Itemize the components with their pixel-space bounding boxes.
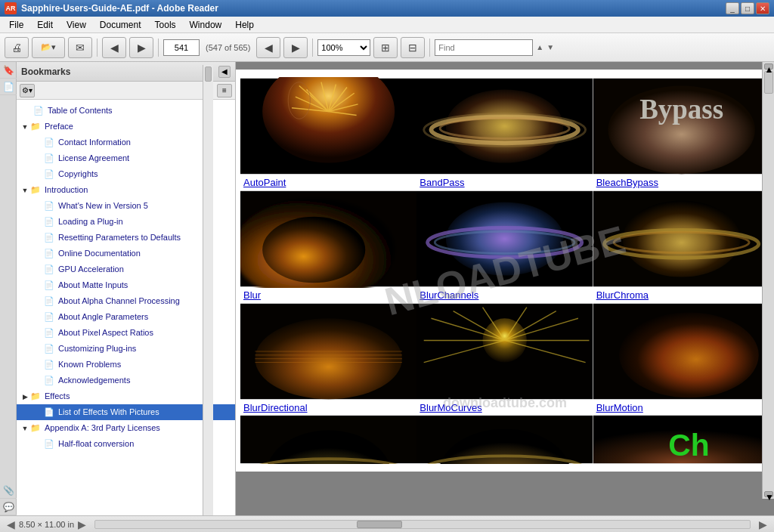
icon-angle: 📄 <box>44 311 56 323</box>
effect-blurdirectional: BlurDirectional <box>240 302 416 415</box>
fit-page-button[interactable]: ⊞ <box>373 37 398 58</box>
scroll-down-arrow[interactable]: ▼ <box>764 491 773 497</box>
sidebar-icon-pages[interactable]: 📄 <box>0 79 17 95</box>
panel-title: Bookmarks <box>21 66 70 77</box>
icon-halffloat: 📄 <box>44 438 56 450</box>
toggle-intro[interactable]: ▼ <box>20 184 30 196</box>
menu-tools[interactable]: Tools <box>149 18 182 32</box>
label-blurmocurves[interactable]: BlurMoCurves <box>416 401 485 415</box>
menu-edit[interactable]: Edit <box>31 18 59 32</box>
zoom-select[interactable]: 100% 75% 125% 150% Fit Page Fit Width <box>317 39 370 56</box>
thumb-autopaint <box>240 77 416 175</box>
icon-contact: 📄 <box>44 136 56 148</box>
svg-point-29 <box>623 200 741 277</box>
toggle-preface[interactable]: ▼ <box>20 121 30 133</box>
pdf-scrollbar-vertical[interactable]: ▲ ▼ <box>762 62 774 499</box>
effect-blurmotion: BlurMotion <box>593 302 769 415</box>
menu-bar: File Edit View Document Tools Window Hel… <box>0 17 774 33</box>
icon-matte: 📄 <box>44 279 56 291</box>
svg-point-23 <box>262 217 365 283</box>
icon-listpics: 📄 <box>44 406 56 418</box>
find-next-icon[interactable]: ▼ <box>546 43 554 51</box>
scrollbar-thumb[interactable] <box>205 66 212 82</box>
find-prev-icon[interactable]: ▲ <box>536 43 543 51</box>
next-page-button[interactable]: ▶ <box>283 37 308 58</box>
fit-width-button[interactable]: ⊟ <box>401 37 425 58</box>
menu-help[interactable]: Help <box>229 18 260 32</box>
label-autopaint[interactable]: AutoPaint <box>240 175 289 190</box>
svg-point-14 <box>446 89 564 162</box>
label-bandpass[interactable]: BandPass <box>416 175 467 190</box>
svg-point-51 <box>619 312 759 397</box>
page-number-input[interactable] <box>163 39 200 56</box>
status-next-button[interactable]: ▶ <box>76 518 88 530</box>
horizontal-scrollbar[interactable] <box>94 520 751 529</box>
prev-view-button[interactable]: ◀ <box>102 37 126 58</box>
toggle-gpu <box>33 264 44 276</box>
toggle-effects[interactable]: ▶ <box>20 391 30 403</box>
toggle-known <box>33 359 44 371</box>
thumb-blurchroma <box>593 190 769 288</box>
toggle-toc <box>23 105 33 117</box>
maximize-button[interactable]: □ <box>741 2 754 14</box>
toggle-pixel <box>33 327 44 339</box>
scroll-up-arrow[interactable]: ▲ <box>764 63 773 70</box>
minimize-button[interactable]: _ <box>726 2 739 14</box>
menu-file[interactable]: File <box>3 18 29 32</box>
page-count: (547 of 565) <box>206 43 250 52</box>
thumb-bleachbypass: Bypass <box>593 77 769 175</box>
effect-autopaint: AutoPaint <box>240 77 416 190</box>
separator-4 <box>429 39 430 57</box>
icon-toc: 📄 <box>33 104 45 116</box>
open-button[interactable]: 📂▾ <box>32 37 65 58</box>
window-title: Sapphire-Users-Guide-AE.pdf - Adobe Read… <box>21 3 218 14</box>
sidebar-icon-bookmark[interactable]: 🔖 <box>0 62 17 79</box>
bookmark-options-button[interactable]: ⚙▾ <box>20 84 35 97</box>
next-view-button[interactable]: ▶ <box>129 37 153 58</box>
status-bar: ◀ 8.50 × 11.00 in ▶ ▶ <box>0 515 774 532</box>
status-prev-button[interactable]: ◀ <box>5 518 17 530</box>
menu-window[interactable]: Window <box>184 18 228 32</box>
effect-blur: Blur <box>240 190 416 302</box>
svg-text:Bypass: Bypass <box>639 94 723 125</box>
pdf-content: NLOADTUBE downloadtube.com <box>236 70 774 472</box>
effect-partial2 <box>416 415 593 464</box>
icon-custom: 📄 <box>44 342 56 354</box>
label-bleachbypass[interactable]: BleachBypass <box>593 175 661 190</box>
menu-document[interactable]: Document <box>94 18 147 32</box>
panel-collapse-button[interactable]: ◀ <box>218 66 231 78</box>
print-button[interactable]: 🖨 <box>5 37 29 58</box>
svg-text:Ch: Ch <box>668 428 709 462</box>
close-button[interactable]: ✕ <box>756 2 769 14</box>
label-blur[interactable]: Blur <box>240 288 264 302</box>
icon-appendix: 📁 <box>30 422 42 434</box>
effects-grid-partial: Ch <box>240 415 769 464</box>
sidebar-icon-comments[interactable]: 💬 <box>0 499 17 515</box>
toggle-ack <box>33 375 44 387</box>
thumb-bandpass <box>416 77 593 175</box>
label-blurmotion[interactable]: BlurMotion <box>593 401 646 415</box>
bookmark-view-button[interactable]: ≡ <box>217 84 232 97</box>
toggle-appendix[interactable]: ▼ <box>20 422 30 435</box>
toggle-resetting <box>33 232 44 244</box>
label-blurchannels[interactable]: BlurChannels <box>416 288 481 302</box>
thumb-blurchannels <box>416 190 593 288</box>
label-blurchroma[interactable]: BlurChroma <box>593 288 652 302</box>
find-input[interactable] <box>435 39 533 56</box>
icon-resetting: 📄 <box>44 231 56 243</box>
prev-page-button[interactable]: ◀ <box>256 37 280 58</box>
sidebar-icon-attachments[interactable]: 📎 <box>0 482 17 499</box>
window-controls[interactable]: _ □ ✕ <box>726 2 769 14</box>
hscroll-thumb[interactable] <box>357 521 402 528</box>
email-button[interactable]: ✉ <box>68 37 92 58</box>
menu-view[interactable]: View <box>60 18 92 32</box>
thumb-blurmocurves <box>416 302 593 401</box>
label-blurdirectional[interactable]: BlurDirectional <box>240 401 311 415</box>
icon-intro: 📁 <box>30 184 42 196</box>
toggle-contact <box>33 137 44 149</box>
thumb-partial1 <box>240 415 416 464</box>
icon-effects: 📁 <box>30 390 42 402</box>
panel-scrollbar[interactable] <box>203 65 213 515</box>
effect-partial1 <box>240 415 416 464</box>
status-end-button[interactable]: ▶ <box>757 518 769 530</box>
